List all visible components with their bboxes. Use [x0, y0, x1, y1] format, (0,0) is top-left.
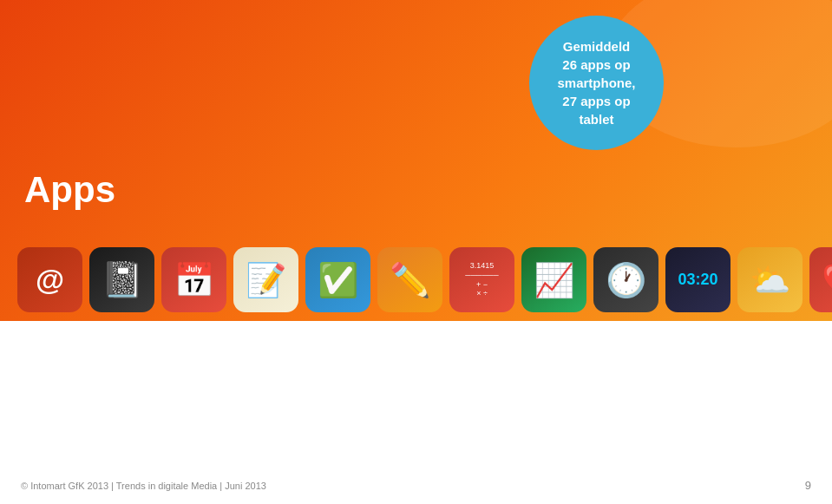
app-icon-draw[interactable]	[377, 247, 442, 312]
app-icon-health[interactable]	[809, 247, 832, 312]
app-icon-calendar[interactable]	[161, 247, 226, 312]
calc-display: 3.1415──────+ −× ÷	[465, 261, 498, 298]
app-icons-row: 3.1415──────+ −× ÷ 03:20	[17, 247, 832, 312]
app-icon-notebook[interactable]	[89, 247, 154, 312]
app-icon-timer[interactable]: 03:20	[665, 247, 730, 312]
app-icon-todo[interactable]	[305, 247, 370, 312]
app-icon-clock[interactable]	[593, 247, 658, 312]
app-icon-calculator[interactable]: 3.1415──────+ −× ÷	[449, 247, 514, 312]
timer-display: 03:20	[678, 271, 717, 289]
app-icon-notes[interactable]	[233, 247, 298, 312]
page-number: 9	[805, 479, 811, 492]
white-area	[0, 321, 832, 504]
app-icon-email[interactable]	[17, 247, 82, 312]
app-icon-stocks[interactable]	[521, 247, 586, 312]
bubble-text: Gemiddeld 26 apps op smartphone, 27 apps…	[557, 37, 635, 128]
app-icon-weather[interactable]	[737, 247, 803, 312]
footer: © Intomart GfK 2013 | Trends in digitale…	[0, 479, 832, 492]
footer-copyright: © Intomart GfK 2013 | Trends in digitale…	[21, 481, 266, 491]
stat-bubble: Gemiddeld 26 apps op smartphone, 27 apps…	[529, 16, 664, 150]
page-title: Apps	[24, 169, 115, 211]
